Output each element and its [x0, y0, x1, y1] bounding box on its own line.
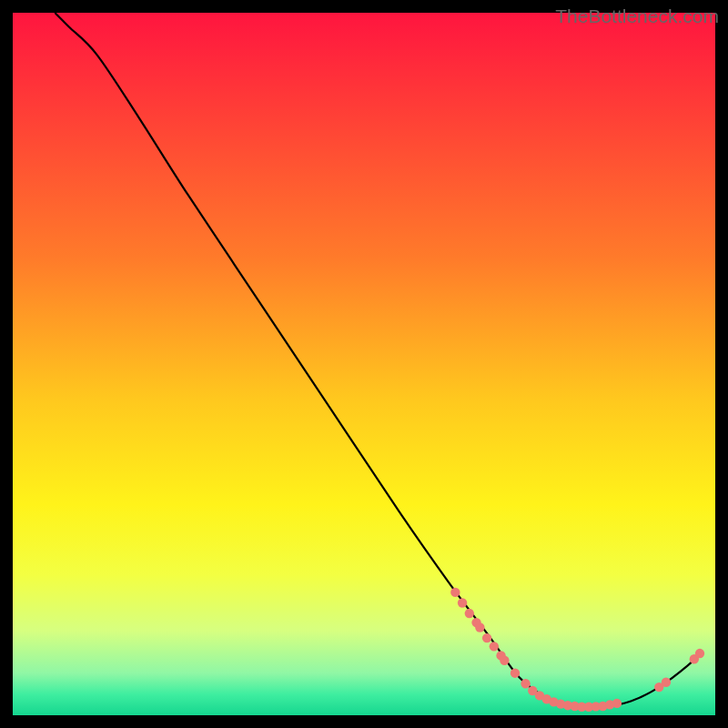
data-marker [458, 598, 467, 607]
data-marker [521, 679, 530, 688]
data-marker [500, 656, 509, 665]
data-marker [450, 588, 460, 597]
data-marker [465, 609, 474, 618]
data-marker [482, 633, 491, 642]
chart-svg [13, 13, 715, 715]
chart-container [13, 13, 715, 715]
gradient-background [13, 13, 715, 715]
data-marker [662, 678, 671, 687]
data-marker [612, 699, 622, 708]
data-marker [695, 649, 704, 658]
data-marker [511, 668, 520, 677]
watermark-text: TheBottleneck.com [555, 5, 719, 27]
data-marker [490, 642, 499, 651]
data-marker [475, 622, 484, 632]
